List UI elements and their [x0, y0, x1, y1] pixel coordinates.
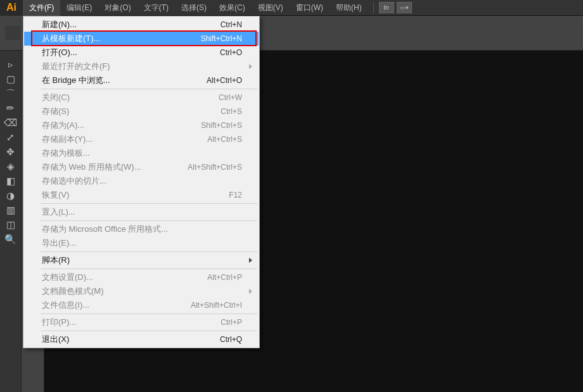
menuitem-label: 存储为模板... — [42, 148, 90, 159]
menuitem-label: 存储(S) — [42, 106, 69, 117]
eraser-tool[interactable]: ⌫ — [2, 116, 20, 130]
menuitem-label: 在 Bridge 中浏览... — [42, 75, 110, 86]
menu-对象[interactable]: 对象(O) — [98, 0, 137, 16]
menuitem-文档设置D: 文档设置(D)...Alt+Ctrl+P — [24, 270, 259, 284]
menuitem-label: 脚本(R) — [42, 255, 70, 266]
menu-separator — [41, 220, 257, 221]
menu-编辑[interactable]: 编辑(E) — [60, 0, 98, 16]
menuitem-恢复V: 恢复(V)F12 — [24, 188, 259, 202]
menuitem-存储副本Y: 存储副本(Y)...Alt+Ctrl+S — [24, 132, 259, 146]
menuitem-存储S: 存储(S)Ctrl+S — [24, 104, 259, 118]
sel2-tool[interactable]: ▹ — [2, 58, 20, 72]
control-slot — [5, 26, 20, 40]
free-transform-tool[interactable]: ✥ — [2, 145, 20, 159]
menuitem-新建N[interactable]: 新建(N)...Ctrl+N — [24, 18, 259, 32]
menuitem-从模板新建T[interactable]: 从模板新建(T)...Shift+Ctrl+N — [24, 32, 259, 46]
workspace-switcher-icon[interactable]: ▭▾ — [397, 2, 412, 13]
menubar-separator — [373, 2, 374, 13]
menuitem-label: 文档颜色模式(M) — [42, 286, 104, 297]
app-logo: Ai — [0, 0, 23, 16]
menuitem-置入L: 置入(L)... — [24, 205, 259, 219]
bridge-icon[interactable]: Br — [379, 2, 394, 13]
menuitem-存储为模板: 存储为模板... — [24, 146, 259, 160]
submenu-arrow-icon — [249, 64, 252, 69]
menuitem-打开O[interactable]: 打开(O)...Ctrl+O — [24, 46, 259, 60]
rect-tool[interactable]: ▢ — [2, 72, 20, 86]
menuitem-shortcut: Shift+Ctrl+N — [201, 34, 242, 43]
menuitem-label: 打开(O)... — [42, 47, 77, 58]
toolbox-left-extra: ▹▢⌒✏⌫⤢✥◈◧◑▥◫🔍 — [0, 51, 22, 392]
menuitem-shortcut: Ctrl+N — [221, 20, 242, 29]
menuitem-shortcut: F12 — [229, 191, 242, 199]
menuitem-label: 存储为(A)... — [42, 120, 84, 131]
menuitem-label: 打印(P)... — [42, 317, 76, 328]
column-graph-tool[interactable]: ▥ — [2, 203, 20, 217]
menu-separator — [41, 251, 257, 252]
menu-窗口[interactable]: 窗口(W) — [290, 0, 330, 16]
scale-tool[interactable]: ⤢ — [2, 130, 20, 144]
menuitem-shortcut: Ctrl+O — [220, 48, 242, 57]
menuitem-label: 新建(N)... — [42, 19, 77, 30]
gradient-tool[interactable]: ◧ — [2, 174, 20, 188]
perspective-tool[interactable]: ◈ — [2, 160, 20, 174]
menuitem-文档颜色模式M: 文档颜色模式(M) — [24, 284, 259, 298]
menuitem-label: 文件信息(I)... — [42, 300, 89, 311]
menu-文件[interactable]: 文件(F) — [23, 0, 60, 16]
menuitem-在-Bridge-中浏览[interactable]: 在 Bridge 中浏览...Alt+Ctrl+O — [24, 73, 259, 87]
menu-separator — [41, 269, 257, 269]
menuitem-打印P: 打印(P)...Ctrl+P — [24, 315, 259, 329]
menuitem-shortcut: Ctrl+P — [221, 318, 242, 327]
menuitem-存储为-Web-所用格式W: 存储为 Web 所用格式(W)...Alt+Shift+Ctrl+S — [24, 160, 259, 174]
menuitem-导出E: 导出(E)... — [24, 236, 259, 250]
menuitem-label: 存储副本(Y)... — [42, 134, 93, 145]
menuitem-脚本R[interactable]: 脚本(R) — [24, 253, 259, 267]
menuitem-label: 存储选中的切片... — [42, 175, 106, 187]
menuitem-label: 导出(E)... — [42, 237, 76, 249]
menuitem-存储为A: 存储为(A)...Shift+Ctrl+S — [24, 118, 259, 132]
menuitem-shortcut: Alt+Ctrl+O — [207, 76, 242, 85]
slice-tool[interactable]: ◫ — [2, 218, 20, 232]
menu-帮助[interactable]: 帮助(H) — [330, 0, 368, 16]
menuitem-shortcut: Alt+Shift+Ctrl+I — [191, 301, 242, 310]
menu-选择[interactable]: 选择(S) — [175, 0, 213, 16]
submenu-arrow-icon — [249, 258, 252, 263]
menuitem-存储为-Microsoft-Office-所用格式: 存储为 Microsoft Office 所用格式... — [24, 222, 259, 236]
menuitem-label: 存储为 Microsoft Office 所用格式... — [42, 224, 168, 235]
menu-separator — [41, 313, 257, 314]
menu-视图[interactable]: 视图(V) — [252, 0, 290, 16]
menuitem-最近打开的文件F: 最近打开的文件(F) — [24, 60, 259, 73]
menu-文字[interactable]: 文字(T) — [138, 0, 175, 16]
menuitem-文件信息I: 文件信息(I)...Alt+Shift+Ctrl+I — [24, 298, 259, 312]
menuitem-shortcut: Alt+Ctrl+S — [207, 135, 242, 144]
blend-tool[interactable]: ◑ — [2, 189, 20, 203]
menuitem-label: 恢复(V) — [42, 189, 69, 201]
menu-separator — [41, 89, 257, 89]
menuitem-shortcut: Shift+Ctrl+S — [201, 121, 242, 130]
menuitem-shortcut: Ctrl+Q — [220, 335, 242, 344]
menuitem-label: 文档设置(D)... — [42, 272, 93, 283]
menubar: Ai 文件(F)编辑(E)对象(O)文字(T)选择(S)效果(C)视图(V)窗口… — [0, 0, 583, 16]
menuitem-shortcut: Ctrl+W — [219, 93, 242, 102]
submenu-arrow-icon — [249, 289, 252, 294]
menuitem-label: 从模板新建(T)... — [42, 33, 100, 44]
arc-tool[interactable]: ⌒ — [2, 87, 20, 101]
file-menu-dropdown: 新建(N)...Ctrl+N从模板新建(T)...Shift+Ctrl+N打开(… — [23, 16, 260, 348]
menuitem-存储选中的切片: 存储选中的切片... — [24, 174, 259, 188]
menuitem-shortcut: Ctrl+S — [221, 107, 242, 116]
menu-separator — [41, 331, 257, 331]
menuitem-退出X[interactable]: 退出(X)Ctrl+Q — [24, 332, 259, 346]
menuitem-shortcut: Alt+Shift+Ctrl+S — [188, 163, 242, 172]
menu-separator — [41, 203, 257, 204]
menuitem-label: 存储为 Web 所用格式(W)... — [42, 161, 141, 173]
zoom-tool[interactable]: 🔍 — [2, 232, 20, 246]
menuitem-label: 最近打开的文件(F) — [42, 61, 110, 72]
pencil-tool[interactable]: ✏ — [2, 101, 20, 115]
menuitem-label: 关闭(C) — [42, 92, 70, 103]
menuitem-label: 置入(L)... — [42, 206, 75, 218]
menu-效果[interactable]: 效果(C) — [213, 0, 252, 16]
menuitem-shortcut: Alt+Ctrl+P — [207, 273, 242, 282]
menuitem-label: 退出(X) — [42, 334, 69, 345]
menuitem-关闭C: 关闭(C)Ctrl+W — [24, 91, 259, 104]
